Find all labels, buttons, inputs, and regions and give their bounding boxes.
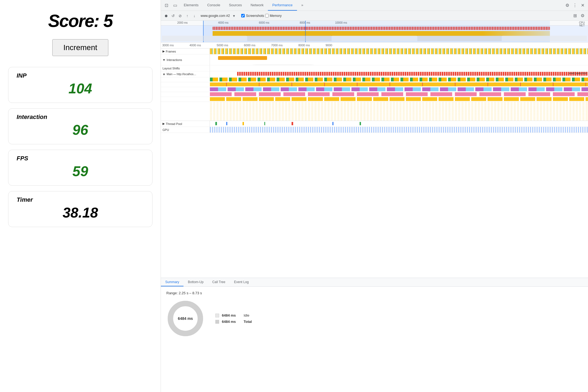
gpu-text: GPU	[163, 128, 169, 131]
total-label: Total	[244, 320, 252, 324]
left-panel: Score: 5 Increment INP 104 Interaction 9…	[0, 0, 161, 392]
devtools-header-right: ⚙ ⋮ ✕	[564, 2, 586, 9]
tab-more[interactable]: »	[297, 0, 308, 11]
tab-sources[interactable]: Sources	[225, 0, 246, 11]
main-row-5	[161, 97, 588, 102]
long-task-indicator	[237, 72, 588, 76]
memory-check[interactable]	[265, 14, 269, 17]
ruler2-3000: 3000 ms	[162, 44, 174, 47]
range-text: Range: 2.25 s – 8.73 s	[166, 291, 583, 295]
layout-shifts-row: Layout Shifts	[161, 65, 588, 71]
capture-icon[interactable]: ⊞	[572, 13, 578, 19]
device-icon[interactable]: ▭	[172, 2, 178, 9]
more-icon[interactable]: ⋮	[572, 2, 578, 9]
toolbar-row: ⏺ ↺ ⊘ ↑ ↓ www.google.com #2 ▾ Screenshot…	[161, 11, 588, 21]
bottom-content: Range: 2.25 s – 8.73 s 6484 ms 6484 ms	[161, 287, 588, 392]
main-thread-content: small_tasks.html	[210, 71, 588, 77]
frames-expand-icon[interactable]: ▶	[163, 50, 165, 53]
tab-event-log[interactable]: Event Log	[230, 278, 253, 286]
main-row-5-label	[161, 97, 210, 102]
close-icon[interactable]: ✕	[579, 2, 586, 9]
upload-icon[interactable]: ↑	[184, 13, 190, 19]
ruler2-6000: 6000 ms	[244, 44, 255, 47]
tab-bottom-up[interactable]: Bottom-Up	[183, 278, 208, 286]
tab-performance[interactable]: Performance	[268, 0, 297, 11]
main-row-4-content	[210, 92, 588, 97]
tab-console[interactable]: Console	[203, 0, 225, 11]
main-row-1-label	[161, 77, 210, 82]
tp-bar-3	[243, 122, 244, 125]
thread-pool-content	[210, 121, 588, 127]
layout-shifts-text: Layout Shifts	[163, 67, 180, 70]
frames-row: ▶ Frames	[161, 48, 588, 54]
increment-button[interactable]: Increment	[52, 39, 109, 56]
layout-shifts-content	[210, 65, 588, 71]
main-thread-header: ▼ Main — http://localhos… small_tasks.ht…	[161, 71, 588, 77]
legend-total: 6484 ms Total	[215, 320, 252, 324]
download-icon[interactable]: ↓	[191, 13, 197, 19]
thread-pool-expand-icon[interactable]: ▶	[163, 122, 165, 125]
main-row-tall-content	[210, 102, 588, 121]
inp-value: 104	[17, 80, 144, 97]
tab-call-tree[interactable]: Call Tree	[208, 278, 230, 286]
interactions-row: ▼ Interactions 68.10 ms Pointer Input de…	[161, 54, 588, 65]
clear-icon[interactable]: ⊘	[177, 13, 183, 19]
ruler2-4000: 4000 ms	[189, 44, 201, 47]
total-ms: 6484 ms	[222, 320, 241, 324]
bottom-panel: Summary Bottom-Up Call Tree Event Log Ra…	[161, 278, 588, 392]
main-row-3-label	[161, 87, 210, 92]
frames-label: ▶ Frames	[161, 48, 210, 54]
interactions-text: Interactions	[167, 58, 182, 62]
inp-card: INP 104	[8, 67, 152, 103]
interaction-bar[interactable]	[218, 56, 267, 60]
main-expand-icon[interactable]: ▼	[163, 73, 166, 76]
tp-bar-2	[226, 122, 227, 125]
memory-checkbox[interactable]: Memory	[265, 14, 281, 18]
timeline-ruler2: 3000 ms 4000 ms 5000 ms 6000 ms 7000 ms …	[161, 42, 588, 48]
devtools-left-icons: ⊡ ▭	[163, 2, 178, 9]
gpu-label: GPU	[161, 127, 210, 133]
tp-bar-7	[360, 122, 361, 125]
tab-elements[interactable]: Elements	[179, 0, 203, 11]
url-display: www.google.com #2	[201, 14, 230, 18]
tab-network[interactable]: Network	[246, 0, 268, 11]
interactions-label: ▼ Interactions	[161, 54, 210, 65]
ruler2-5000: 5000 ms	[217, 44, 228, 47]
tab-summary[interactable]: Summary	[161, 278, 183, 286]
screenshots-checkbox[interactable]: Screenshots	[241, 14, 264, 18]
timeline-overview[interactable]: 2000 ms 4000 ms 6000 ms 8000 ms 10000 ms…	[161, 21, 588, 42]
main-row-tall	[161, 102, 588, 121]
legend-items: 6484 ms Idle 6484 ms Total	[215, 313, 252, 324]
bottom-tabs: Summary Bottom-Up Call Tree Event Log	[161, 278, 588, 287]
gpu-content	[210, 127, 588, 133]
main-row-4-label	[161, 92, 210, 97]
main-row-3	[161, 87, 588, 92]
reload-icon[interactable]: ↺	[170, 13, 176, 19]
timeline-rows: ▶ Frames ▼ Interactions 68.10 ms	[161, 48, 588, 278]
idle-label: Idle	[244, 313, 249, 317]
tall-row-bg	[210, 102, 588, 121]
devtools-panel: ⊡ ▭ Elements Console Sources Network Per…	[161, 0, 588, 392]
screenshots-check[interactable]	[241, 14, 245, 17]
settings-icon[interactable]: ⚙	[564, 2, 571, 9]
screenshots-label: Screenshots	[246, 14, 264, 18]
tp-bar-5	[292, 122, 293, 125]
devtools-header: ⊡ ▭ Elements Console Sources Network Per…	[161, 0, 588, 11]
devtools-tabs: Elements Console Sources Network Perform…	[179, 0, 308, 11]
ruler2-7000: 7000 ms	[271, 44, 283, 47]
toolbar-settings-icon[interactable]: ⚙	[579, 13, 586, 19]
record-icon[interactable]: ⏺	[163, 13, 169, 19]
donut-label: 6484 ms	[178, 316, 193, 321]
donut-chart: 6484 ms	[166, 299, 204, 338]
net-label: NET	[579, 24, 585, 27]
thread-pool-text: Thread Pool	[166, 122, 182, 125]
gpu-row: GPU	[161, 127, 588, 133]
main-thread-text: Main — http://localhos…	[167, 73, 196, 76]
url-dropdown-icon[interactable]: ▾	[231, 13, 237, 19]
interactions-content[interactable]: 68.10 ms Pointer Input delay 66ms Proces…	[210, 54, 588, 65]
cursor-icon[interactable]: ⊡	[163, 2, 170, 9]
legend-idle: 6484 ms Idle	[215, 313, 252, 317]
interactions-expand-icon[interactable]: ▼	[163, 58, 166, 62]
screenshots-row	[161, 36, 588, 41]
main-row-2-label	[161, 82, 210, 87]
